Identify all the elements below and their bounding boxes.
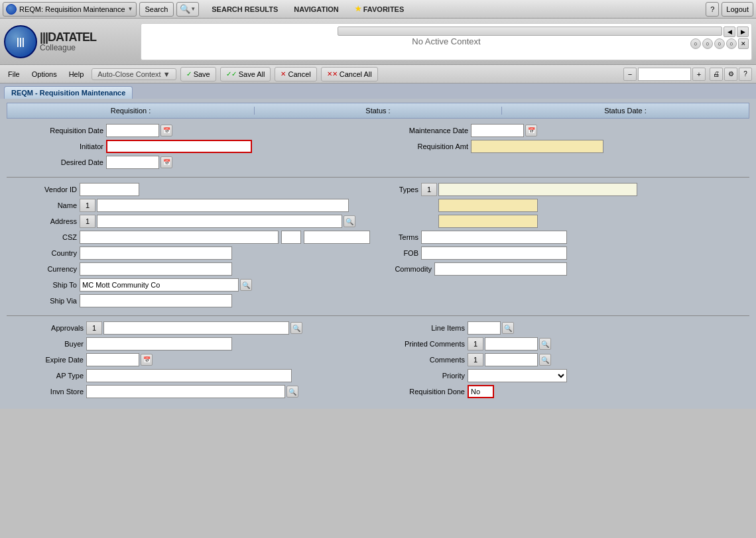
name-input[interactable]: [97, 199, 349, 212]
header-requisition: Requisition :: [7, 107, 255, 115]
menu-options[interactable]: Options: [28, 69, 61, 80]
ctx-icon-1[interactable]: ○: [690, 38, 701, 49]
address-lookup-icon[interactable]: 🔍: [344, 215, 355, 227]
ship-to-lookup-icon[interactable]: 🔍: [240, 279, 252, 291]
commodity-input[interactable]: [434, 262, 567, 276]
save-check-icon: ✓: [186, 70, 192, 78]
fob-input[interactable]: [421, 246, 567, 260]
cancel-all-label: Cancel All: [340, 70, 372, 78]
ship-via-input[interactable]: [80, 294, 232, 307]
commodity-label: Commodity: [381, 265, 434, 273]
form-area: Requisition : Status : Status Date : Req…: [0, 99, 756, 409]
auto-close-button[interactable]: Auto-Close Context ▼: [92, 68, 176, 80]
types-input[interactable]: [438, 183, 637, 196]
priority-select[interactable]: [468, 369, 567, 382]
country-input[interactable]: [80, 246, 232, 260]
address-input[interactable]: [97, 215, 342, 228]
menu-help[interactable]: Help: [65, 69, 88, 80]
nav-search-results[interactable]: SEARCH RESULTS: [204, 2, 285, 17]
expire-date-calendar-icon[interactable]: 📅: [141, 354, 153, 366]
search-button[interactable]: Search: [139, 2, 174, 17]
save-all-check-icon: ✓✓: [226, 70, 237, 78]
buyer-input[interactable]: [86, 337, 232, 350]
printed-comments-num-badge: 1: [468, 337, 483, 350]
context-right-btn[interactable]: ▶: [737, 27, 749, 37]
datatel-logo: |||DATATEL: [40, 30, 96, 44]
info-icon[interactable]: ?: [739, 68, 752, 81]
line-items-lookup-icon[interactable]: 🔍: [502, 322, 514, 334]
save-all-button[interactable]: ✓✓ Save All: [220, 67, 271, 81]
requisition-date-calendar-icon[interactable]: 📅: [160, 125, 172, 136]
zoom-plus-btn[interactable]: +: [692, 68, 706, 81]
line-items-input[interactable]: [468, 321, 501, 335]
maintenance-date-input[interactable]: [471, 124, 524, 137]
app-selector[interactable]: REQM: Requisition Maintenance ▼: [3, 2, 137, 17]
approvals-input[interactable]: [103, 321, 289, 335]
types-num-badge: 1: [421, 183, 437, 196]
currency-input[interactable]: [80, 262, 232, 276]
nav-favorites[interactable]: ★ FAVORITES: [347, 2, 412, 17]
printed-comments-input[interactable]: [485, 337, 538, 350]
cancel-all-button[interactable]: ✕✕ Cancel All: [321, 67, 378, 81]
invn-store-input[interactable]: [86, 385, 285, 398]
terms-input[interactable]: [421, 231, 567, 244]
zoom-bar: − +: [623, 68, 706, 81]
save-button[interactable]: ✓ Save: [180, 67, 216, 81]
name-num-badge: 1: [80, 199, 95, 212]
favorites-label: FAVORITES: [363, 5, 405, 13]
fob-label: FOB: [381, 249, 421, 257]
comments-input[interactable]: [485, 353, 538, 366]
logout-button[interactable]: Logout: [722, 2, 753, 17]
tab-bar: REQM - Requisition Maintenance: [0, 83, 756, 99]
req-done-label: Requisition Done: [381, 388, 468, 396]
desired-date-input[interactable]: [106, 156, 159, 169]
address-right-input[interactable]: [438, 215, 538, 228]
comments-label: Comments: [381, 356, 468, 364]
invn-store-lookup-icon[interactable]: 🔍: [286, 386, 298, 398]
csz-input-3[interactable]: [304, 231, 370, 244]
tab-reqm[interactable]: REQM - Requisition Maintenance: [4, 86, 133, 99]
vendor-id-input[interactable]: [80, 183, 139, 196]
context-left-btn[interactable]: ◀: [724, 27, 735, 37]
comments-lookup-icon[interactable]: 🔍: [539, 354, 551, 366]
magnify-button[interactable]: 🔍 ▼: [176, 2, 199, 17]
requisition-amt-input[interactable]: [471, 140, 603, 153]
cancel-x-icon: ✕: [281, 70, 286, 78]
zoom-input[interactable]: [638, 68, 691, 81]
approvals-lookup-icon[interactable]: 🔍: [290, 322, 302, 334]
help-button[interactable]: ?: [706, 2, 719, 17]
ctx-icon-2[interactable]: ○: [702, 38, 713, 49]
ap-type-input[interactable]: [86, 369, 292, 382]
ship-to-input[interactable]: [80, 278, 239, 292]
invn-store-label: Invn Store: [27, 388, 86, 396]
initiator-input[interactable]: [106, 140, 252, 153]
name-right-input[interactable]: [438, 199, 538, 212]
expire-date-input[interactable]: [86, 353, 139, 366]
menu-file[interactable]: File: [4, 69, 24, 80]
line-items-label: Line Items: [381, 324, 468, 332]
country-label: Country: [27, 249, 80, 257]
print-icon[interactable]: 🖨: [710, 68, 723, 81]
settings-icon[interactable]: ⚙: [724, 68, 737, 81]
toolbar-icons: 🖨 ⚙ ?: [710, 68, 752, 81]
ctx-icon-3[interactable]: ○: [714, 38, 725, 49]
desired-date-calendar-icon[interactable]: 📅: [160, 156, 172, 168]
ctx-close-btn[interactable]: ✕: [738, 38, 749, 49]
ship-to-label: Ship To: [27, 281, 80, 289]
auto-close-arrow: ▼: [163, 70, 170, 78]
nav-navigation[interactable]: NAVIGATION: [286, 2, 346, 17]
csz-input-1[interactable]: [80, 231, 279, 244]
app-icon: [6, 4, 17, 15]
cancel-button[interactable]: ✕ Cancel: [275, 67, 316, 81]
no-active-context-text: No Active Context: [412, 36, 480, 46]
csz-input-2[interactable]: [281, 231, 301, 244]
printed-comments-lookup-icon[interactable]: 🔍: [539, 338, 551, 350]
ctx-icon-4[interactable]: ○: [726, 38, 737, 49]
header-status: Status :: [255, 107, 502, 115]
cancel-label: Cancel: [288, 70, 310, 78]
requisition-date-input[interactable]: [106, 124, 159, 137]
maintenance-date-calendar-icon[interactable]: 📅: [525, 125, 537, 136]
req-done-input[interactable]: [468, 385, 494, 398]
zoom-minus-btn[interactable]: −: [623, 68, 637, 81]
vendor-id-label: Vendor ID: [27, 186, 80, 193]
